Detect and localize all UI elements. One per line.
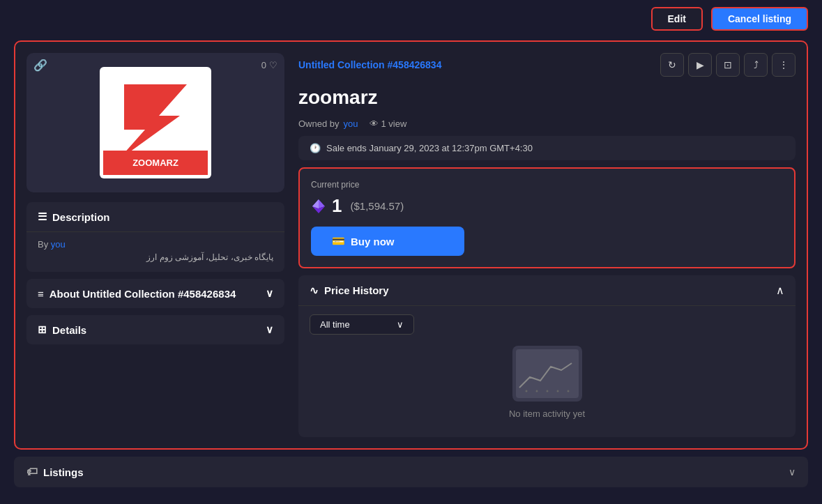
svg-point-12	[567, 390, 569, 392]
action-icons: ↻ ▶ ⊡ ⤴ ⋮	[660, 53, 796, 77]
time-select-label: All time	[320, 319, 350, 330]
about-label: About Untitled Collection #458426834	[50, 288, 236, 300]
collection-header: Untitled Collection #458426834 ↻ ▶ ⊡ ⤴ ⋮	[298, 53, 796, 77]
description-text: پایگاه خبری، تحلیل، آموزشی زوم ارز	[38, 252, 273, 262]
by-label: By you	[38, 239, 273, 250]
owned-by-row: Owned by you 👁 1 view	[298, 119, 796, 129]
zoomarz-logo-svg: ZOOMARZ	[103, 70, 208, 175]
description-label: Description	[52, 211, 110, 223]
eth-icon	[311, 199, 326, 214]
description-icon: ☰	[38, 211, 47, 223]
more-button[interactable]: ⋮	[772, 53, 796, 77]
nft-top-bar: 🔗 0 ♡	[33, 59, 277, 72]
about-header-left: ≡ About Untitled Collection #458426834	[38, 288, 236, 300]
nft-image-area: 🔗 0 ♡ ZOOMARZ	[26, 53, 284, 192]
share-button[interactable]: ⤴	[744, 53, 768, 77]
price-history-header-left: ∿ Price History	[310, 284, 389, 297]
price-usd: ($1,594.57)	[350, 200, 404, 212]
left-column: 🔗 0 ♡ ZOOMARZ	[26, 53, 284, 437]
details-label: Details	[52, 324, 86, 336]
svg-text:ZOOMARZ: ZOOMARZ	[132, 158, 178, 168]
owned-by-user[interactable]: you	[344, 119, 358, 129]
cancel-listing-button[interactable]: Cancel listing	[711, 7, 808, 31]
wallet-icon: 💳	[332, 235, 345, 247]
price-history-header[interactable]: ∿ Price History ∧	[298, 275, 796, 305]
buy-now-button[interactable]: 💳 Buy now	[311, 227, 464, 256]
send-button[interactable]: ▶	[688, 53, 712, 77]
price-history-label: Price History	[324, 284, 389, 296]
heart-icon[interactable]: ♡	[269, 60, 277, 70]
svg-point-8	[525, 390, 527, 392]
about-chevron-icon: ∨	[266, 287, 273, 300]
refresh-button[interactable]: ↻	[660, 53, 684, 77]
tag-icon: 🏷	[26, 466, 38, 478]
about-icon: ≡	[38, 288, 44, 300]
description-header-left: ☰ Description	[38, 211, 110, 223]
svg-point-10	[546, 390, 548, 392]
views-badge: 👁 1 view	[370, 119, 407, 129]
buy-now-label: Buy now	[351, 236, 395, 247]
chart-placeholder	[512, 346, 582, 402]
sale-text: Sale ends January 29, 2023 at 12:37pm GM…	[326, 143, 533, 153]
sale-banner: 🕐 Sale ends January 29, 2023 at 12:37pm …	[298, 136, 796, 160]
details-header-left: ⊞ Details	[38, 323, 86, 336]
right-column: Untitled Collection #458426834 ↻ ▶ ⊡ ⤴ ⋮…	[298, 53, 796, 437]
listings-bar[interactable]: 🏷 Listings ∨	[14, 457, 808, 487]
external-link-button[interactable]: ⊡	[716, 53, 740, 77]
clock-icon: 🕐	[310, 143, 321, 153]
svg-point-11	[556, 390, 558, 392]
price-box: Current price 1 ($1,594.57) 💳 Buy now	[298, 167, 796, 268]
details-header[interactable]: ⊞ Details ∨	[26, 315, 284, 344]
top-bar: Edit Cancel listing	[0, 0, 822, 38]
price-history-content: All time ∨	[298, 305, 796, 437]
svg-point-9	[535, 390, 538, 392]
by-user[interactable]: you	[51, 239, 66, 250]
about-header[interactable]: ≡ About Untitled Collection #458426834 ∨	[26, 279, 284, 308]
nft-image: ZOOMARZ	[100, 67, 211, 178]
card-inner: 🔗 0 ♡ ZOOMARZ	[15, 42, 807, 448]
description-header[interactable]: ☰ Description	[26, 202, 284, 231]
heart-area: 0 ♡	[261, 60, 277, 70]
price-history-chevron: ∧	[776, 284, 784, 297]
no-activity-text: No item activity yet	[509, 408, 585, 419]
description-section: ☰ Description By you پایگاه خبری، تحلیل،…	[26, 202, 284, 272]
main-card: 🔗 0 ♡ ZOOMARZ	[14, 40, 808, 450]
listings-chevron-icon: ∨	[789, 466, 796, 478]
no-activity-area: No item activity yet	[310, 335, 784, 426]
nft-title: zoomarz	[298, 86, 796, 109]
heart-count: 0	[261, 60, 266, 70]
empty-chart-svg	[516, 349, 579, 398]
details-chevron-icon: ∨	[266, 323, 273, 336]
listings-left: 🏷 Listings	[26, 466, 84, 478]
price-row: 1 ($1,594.57)	[311, 195, 783, 217]
details-section: ⊞ Details ∨	[26, 315, 284, 344]
edit-button[interactable]: Edit	[651, 7, 703, 31]
price-history-section: ∿ Price History ∧ All time ∨	[298, 275, 796, 437]
owned-by-label: Owned by	[298, 119, 340, 129]
link-icon[interactable]: 🔗	[33, 59, 47, 72]
about-section: ≡ About Untitled Collection #458426834 ∨	[26, 279, 284, 308]
time-select[interactable]: All time ∨	[310, 314, 414, 335]
details-icon: ⊞	[38, 323, 47, 336]
price-amount: 1	[332, 195, 342, 217]
collection-name[interactable]: Untitled Collection #458426834	[298, 59, 441, 70]
view-count: 1 view	[381, 119, 407, 129]
eye-icon: 👁	[370, 119, 379, 129]
trend-icon: ∿	[310, 284, 319, 297]
time-select-chevron: ∨	[397, 319, 404, 330]
description-content: By you پایگاه خبری، تحلیل، آموزشی زوم ار…	[26, 231, 284, 272]
listings-label: Listings	[43, 466, 84, 478]
current-price-label: Current price	[311, 180, 783, 190]
